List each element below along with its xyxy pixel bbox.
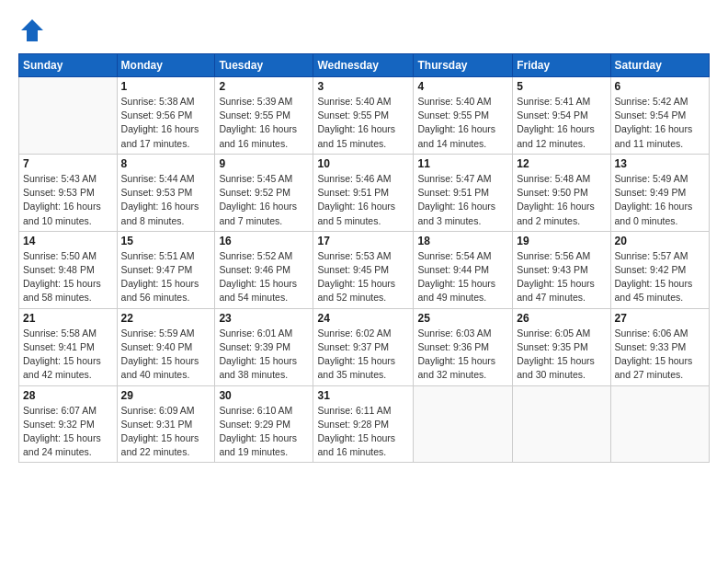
day-number: 19 (517, 235, 606, 247)
day-info: Sunrise: 5:53 AM Sunset: 9:45 PM Dayligh… (317, 249, 409, 305)
day-info: Sunrise: 5:54 AM Sunset: 9:44 PM Dayligh… (417, 249, 508, 305)
calendar-cell: 11Sunrise: 5:47 AM Sunset: 9:51 PM Dayli… (414, 154, 513, 231)
calendar-cell: 12Sunrise: 5:48 AM Sunset: 9:50 PM Dayli… (513, 154, 610, 231)
day-number: 7 (23, 157, 113, 170)
day-number: 24 (317, 312, 409, 325)
calendar-cell: 19Sunrise: 5:56 AM Sunset: 9:43 PM Dayli… (513, 231, 610, 308)
day-info: Sunrise: 6:09 AM Sunset: 9:31 PM Dayligh… (121, 404, 211, 460)
calendar: SundayMondayTuesdayWednesdayThursdayFrid… (18, 53, 710, 463)
calendar-cell: 9Sunrise: 5:45 AM Sunset: 9:52 PM Daylig… (215, 154, 313, 231)
weekday-header-row: SundayMondayTuesdayWednesdayThursdayFrid… (19, 54, 710, 77)
calendar-cell: 3Sunrise: 5:40 AM Sunset: 9:55 PM Daylig… (313, 77, 414, 155)
svg-marker-0 (21, 19, 43, 41)
week-row-2: 7Sunrise: 5:43 AM Sunset: 9:53 PM Daylig… (19, 154, 710, 231)
day-number: 16 (219, 235, 309, 247)
day-number: 18 (417, 235, 508, 247)
day-number: 15 (121, 235, 211, 247)
calendar-cell: 2Sunrise: 5:39 AM Sunset: 9:55 PM Daylig… (215, 77, 313, 155)
day-info: Sunrise: 6:11 AM Sunset: 9:28 PM Dayligh… (317, 404, 409, 460)
weekday-header-wednesday: Wednesday (313, 54, 414, 77)
day-info: Sunrise: 5:44 AM Sunset: 9:53 PM Dayligh… (121, 172, 211, 228)
day-number: 21 (23, 312, 113, 325)
calendar-cell: 29Sunrise: 6:09 AM Sunset: 9:31 PM Dayli… (117, 385, 215, 463)
day-number: 6 (615, 80, 705, 93)
day-info: Sunrise: 5:39 AM Sunset: 9:55 PM Dayligh… (219, 95, 309, 151)
day-info: Sunrise: 6:03 AM Sunset: 9:36 PM Dayligh… (417, 327, 508, 383)
weekday-header-tuesday: Tuesday (215, 54, 313, 77)
day-info: Sunrise: 5:56 AM Sunset: 9:43 PM Dayligh… (517, 249, 606, 305)
day-info: Sunrise: 5:47 AM Sunset: 9:51 PM Dayligh… (417, 172, 508, 228)
calendar-cell: 23Sunrise: 6:01 AM Sunset: 9:39 PM Dayli… (215, 308, 313, 385)
day-info: Sunrise: 6:01 AM Sunset: 9:39 PM Dayligh… (219, 327, 309, 383)
day-info: Sunrise: 5:52 AM Sunset: 9:46 PM Dayligh… (219, 249, 309, 305)
logo-icon (18, 17, 46, 44)
calendar-cell: 16Sunrise: 5:52 AM Sunset: 9:46 PM Dayli… (215, 231, 313, 308)
day-info: Sunrise: 5:46 AM Sunset: 9:51 PM Dayligh… (317, 172, 409, 228)
day-number: 13 (615, 157, 705, 170)
day-number: 23 (219, 312, 309, 325)
day-info: Sunrise: 5:51 AM Sunset: 9:47 PM Dayligh… (121, 249, 211, 305)
day-info: Sunrise: 5:43 AM Sunset: 9:53 PM Dayligh… (23, 172, 113, 228)
day-number: 29 (121, 389, 211, 402)
calendar-cell: 26Sunrise: 6:05 AM Sunset: 9:35 PM Dayli… (513, 308, 610, 385)
calendar-cell (610, 385, 709, 463)
day-info: Sunrise: 5:45 AM Sunset: 9:52 PM Dayligh… (219, 172, 309, 228)
calendar-cell: 7Sunrise: 5:43 AM Sunset: 9:53 PM Daylig… (19, 154, 118, 231)
logo (18, 17, 51, 44)
day-number: 14 (23, 235, 113, 247)
calendar-cell: 4Sunrise: 5:40 AM Sunset: 9:55 PM Daylig… (414, 77, 513, 155)
weekday-header-sunday: Sunday (19, 54, 118, 77)
day-number: 22 (121, 312, 211, 325)
calendar-cell: 25Sunrise: 6:03 AM Sunset: 9:36 PM Dayli… (414, 308, 513, 385)
day-number: 26 (517, 312, 606, 325)
calendar-cell: 27Sunrise: 6:06 AM Sunset: 9:33 PM Dayli… (610, 308, 709, 385)
day-number: 31 (317, 389, 409, 402)
calendar-cell: 21Sunrise: 5:58 AM Sunset: 9:41 PM Dayli… (19, 308, 118, 385)
day-info: Sunrise: 6:06 AM Sunset: 9:33 PM Dayligh… (615, 327, 705, 383)
day-info: Sunrise: 5:38 AM Sunset: 9:56 PM Dayligh… (121, 95, 211, 151)
day-info: Sunrise: 6:07 AM Sunset: 9:32 PM Dayligh… (23, 404, 113, 460)
day-info: Sunrise: 5:41 AM Sunset: 9:54 PM Dayligh… (517, 95, 606, 151)
calendar-cell: 22Sunrise: 5:59 AM Sunset: 9:40 PM Dayli… (117, 308, 215, 385)
calendar-cell: 20Sunrise: 5:57 AM Sunset: 9:42 PM Dayli… (610, 231, 709, 308)
calendar-cell (414, 385, 513, 463)
weekday-header-thursday: Thursday (414, 54, 513, 77)
calendar-cell: 10Sunrise: 5:46 AM Sunset: 9:51 PM Dayli… (313, 154, 414, 231)
weekday-header-saturday: Saturday (610, 54, 709, 77)
day-number: 9 (219, 157, 309, 170)
calendar-cell: 30Sunrise: 6:10 AM Sunset: 9:29 PM Dayli… (215, 385, 313, 463)
day-info: Sunrise: 5:40 AM Sunset: 9:55 PM Dayligh… (417, 95, 508, 151)
calendar-cell: 13Sunrise: 5:49 AM Sunset: 9:49 PM Dayli… (610, 154, 709, 231)
day-number: 8 (121, 157, 211, 170)
day-info: Sunrise: 6:02 AM Sunset: 9:37 PM Dayligh… (317, 327, 409, 383)
day-number: 5 (517, 80, 606, 93)
day-number: 4 (417, 80, 508, 93)
day-info: Sunrise: 5:48 AM Sunset: 9:50 PM Dayligh… (517, 172, 606, 228)
day-number: 28 (23, 389, 113, 402)
day-info: Sunrise: 6:10 AM Sunset: 9:29 PM Dayligh… (219, 404, 309, 460)
week-row-4: 21Sunrise: 5:58 AM Sunset: 9:41 PM Dayli… (19, 308, 710, 385)
week-row-3: 14Sunrise: 5:50 AM Sunset: 9:48 PM Dayli… (19, 231, 710, 308)
day-number: 27 (615, 312, 705, 325)
week-row-1: 1Sunrise: 5:38 AM Sunset: 9:56 PM Daylig… (19, 77, 710, 155)
calendar-cell: 8Sunrise: 5:44 AM Sunset: 9:53 PM Daylig… (117, 154, 215, 231)
day-number: 12 (517, 157, 606, 170)
day-number: 25 (417, 312, 508, 325)
day-info: Sunrise: 5:50 AM Sunset: 9:48 PM Dayligh… (23, 249, 113, 305)
day-number: 17 (317, 235, 409, 247)
header (18, 17, 710, 44)
calendar-cell: 1Sunrise: 5:38 AM Sunset: 9:56 PM Daylig… (117, 77, 215, 155)
week-row-5: 28Sunrise: 6:07 AM Sunset: 9:32 PM Dayli… (19, 385, 710, 463)
calendar-cell: 28Sunrise: 6:07 AM Sunset: 9:32 PM Dayli… (19, 385, 118, 463)
calendar-cell: 6Sunrise: 5:42 AM Sunset: 9:54 PM Daylig… (610, 77, 709, 155)
day-info: Sunrise: 5:58 AM Sunset: 9:41 PM Dayligh… (23, 327, 113, 383)
calendar-cell: 24Sunrise: 6:02 AM Sunset: 9:37 PM Dayli… (313, 308, 414, 385)
calendar-cell: 5Sunrise: 5:41 AM Sunset: 9:54 PM Daylig… (513, 77, 610, 155)
calendar-cell: 17Sunrise: 5:53 AM Sunset: 9:45 PM Dayli… (313, 231, 414, 308)
day-number: 30 (219, 389, 309, 402)
day-info: Sunrise: 5:42 AM Sunset: 9:54 PM Dayligh… (615, 95, 705, 151)
page: SundayMondayTuesdayWednesdayThursdayFrid… (0, 0, 728, 563)
day-number: 2 (219, 80, 309, 93)
calendar-cell (513, 385, 610, 463)
day-number: 11 (417, 157, 508, 170)
